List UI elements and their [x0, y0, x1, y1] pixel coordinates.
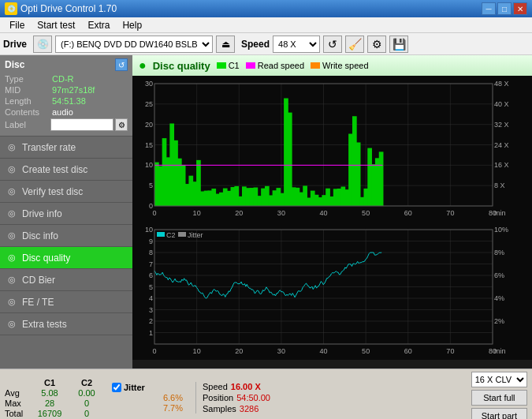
drive-icon: 💿 — [33, 36, 52, 53]
read-speed-legend-color — [246, 62, 255, 69]
chart-title: Disc quality — [153, 60, 210, 72]
disc-type-label: Type — [5, 74, 52, 84]
disc-length-label: Length — [5, 96, 52, 106]
sidebar-item-disc-info[interactable]: ◎ Disc info — [0, 225, 132, 247]
eject-button[interactable]: ⏏ — [216, 36, 235, 53]
sidebar-item-label: Drive info — [22, 208, 62, 219]
disc-info-icon: ◎ — [6, 230, 17, 241]
jitter-checkbox[interactable] — [112, 383, 121, 392]
sidebar-item-label: Disc info — [22, 230, 58, 241]
main-content: Disc ↺ Type CD-R MID 97m27s18f Length 54… — [0, 55, 532, 368]
title-bar: 💿 Opti Drive Control 1.70 ─ □ ✕ — [0, 0, 532, 17]
avg-label: Avg — [5, 388, 28, 398]
app-icon: 💿 — [5, 2, 17, 15]
sidebar-item-cd-bier[interactable]: ◎ CD Bier — [0, 269, 132, 291]
minimize-button[interactable]: ─ — [482, 2, 496, 15]
c1-avg: 5.08 — [30, 388, 69, 398]
menu-extra[interactable]: Extra — [81, 18, 116, 32]
max-label: Max — [5, 398, 28, 408]
right-buttons: 16 X CLV Start full Start part — [471, 372, 527, 419]
speed-clv-select[interactable]: 16 X CLV — [471, 372, 527, 387]
create-test-disc-icon: ◎ — [6, 164, 17, 175]
read-speed-legend-label: Read speed — [258, 61, 304, 70]
sidebar-item-verify-test-disc[interactable]: ◎ Verify test disc — [0, 181, 132, 203]
sidebar-item-label: FE / TE — [22, 297, 54, 308]
sidebar-item-drive-info[interactable]: ◎ Drive info — [0, 203, 132, 225]
drive-info-icon: ◎ — [6, 208, 17, 219]
chart-header: ● Disc quality C1 Read speed Write speed — [132, 55, 532, 76]
c1-header: C1 — [30, 378, 69, 387]
disc-contents-value: audio — [52, 107, 73, 117]
label-edit-button[interactable]: ⚙ — [115, 118, 128, 131]
disc-panel: Disc ↺ Type CD-R MID 97m27s18f Length 54… — [0, 55, 132, 137]
disc-mid-value: 97m27s18f — [52, 85, 95, 95]
sidebar-item-transfer-rate[interactable]: ◎ Transfer rate — [0, 137, 132, 159]
start-part-button[interactable]: Start part — [471, 408, 527, 419]
speed-stat-value: 16.00 X — [231, 382, 261, 391]
disc-label-input[interactable] — [50, 118, 113, 131]
cd-bier-icon: ◎ — [6, 275, 17, 286]
samples-value: 3286 — [240, 404, 259, 413]
sidebar-item-disc-quality[interactable]: ◎ Disc quality — [0, 247, 132, 269]
speed-select[interactable]: 48 X — [273, 36, 320, 53]
close-button[interactable]: ✕ — [513, 2, 527, 15]
c2-max: 0 — [71, 398, 102, 408]
window-title: Opti Drive Control 1.70 — [20, 3, 117, 14]
drive-select[interactable]: (F:) BENQ DVD DD DW1640 BSLB — [55, 36, 213, 53]
menu-help[interactable]: Help — [116, 18, 148, 32]
erase-button[interactable]: 🧹 — [345, 36, 364, 53]
c1-chart — [132, 76, 532, 222]
write-speed-legend-color — [311, 62, 320, 69]
disc-type-value: CD-R — [52, 74, 74, 84]
disc-mid-label: MID — [5, 85, 52, 95]
start-full-button[interactable]: Start full — [471, 390, 527, 406]
menu-bar: File Start test Extra Help — [0, 17, 532, 33]
charts-container — [132, 76, 532, 368]
fe-te-icon: ◎ — [6, 297, 17, 308]
disc-quality-icon: ◎ — [6, 253, 17, 264]
sidebar-item-label: CD Bier — [22, 275, 55, 286]
sidebar-item-label: Extra tests — [22, 319, 67, 330]
drive-label: Drive — [3, 39, 27, 50]
total-label: Total — [5, 409, 28, 418]
c2-total: 0 — [71, 409, 102, 418]
chart-area: ● Disc quality C1 Read speed Write speed — [132, 55, 532, 368]
write-speed-legend-label: Write speed — [322, 61, 369, 70]
sidebar-item-label: Disc quality — [22, 253, 70, 264]
sidebar-item-extra-tests[interactable]: ◎ Extra tests — [0, 313, 132, 335]
disc-label-label: Label — [5, 120, 50, 129]
c1-legend-label: C1 — [229, 61, 240, 70]
speed-stat-label: Speed — [203, 382, 228, 391]
maximize-button[interactable]: □ — [497, 2, 512, 15]
extra-tests-icon: ◎ — [6, 319, 17, 330]
sidebar-item-label: Create test disc — [22, 164, 87, 175]
c1-max: 28 — [30, 398, 69, 408]
sidebar-item-label: Verify test disc — [22, 186, 83, 197]
c1-total: 16709 — [30, 409, 69, 418]
c2-chart — [132, 222, 532, 360]
disc-contents-label: Contents — [5, 107, 52, 117]
menu-start-test[interactable]: Start test — [31, 18, 81, 32]
c2-avg: 0.00 — [71, 388, 102, 398]
jitter-max: 7.7% — [112, 403, 183, 413]
position-value: 54:50.00 — [236, 393, 270, 402]
jitter-avg: 6.6% — [112, 393, 183, 402]
menu-file[interactable]: File — [3, 18, 31, 32]
sidebar-item-create-test-disc[interactable]: ◎ Create test disc — [0, 159, 132, 181]
speed-label: Speed — [241, 39, 270, 50]
disc-length-value: 54:51.38 — [52, 96, 86, 106]
settings-button[interactable]: ⚙ — [367, 36, 386, 53]
disc-refresh-button[interactable]: ↺ — [115, 58, 128, 71]
drive-bar: Drive 💿 (F:) BENQ DVD DD DW1640 BSLB ⏏ S… — [0, 33, 532, 55]
sidebar-items: ◎ Transfer rate ◎ Create test disc ◎ Ver… — [0, 137, 132, 335]
refresh-button[interactable]: ↺ — [323, 36, 342, 53]
c2-header: C2 — [71, 378, 102, 387]
sidebar-item-fe-te[interactable]: ◎ FE / TE — [0, 291, 132, 313]
save-button[interactable]: 💾 — [389, 36, 408, 53]
sidebar-item-label: Transfer rate — [22, 142, 76, 153]
c1-legend-color — [217, 62, 226, 69]
jitter-header: Jitter — [124, 383, 145, 392]
transfer-rate-icon: ◎ — [6, 142, 17, 153]
samples-label: Samples — [203, 404, 236, 413]
sidebar: Disc ↺ Type CD-R MID 97m27s18f Length 54… — [0, 55, 132, 368]
